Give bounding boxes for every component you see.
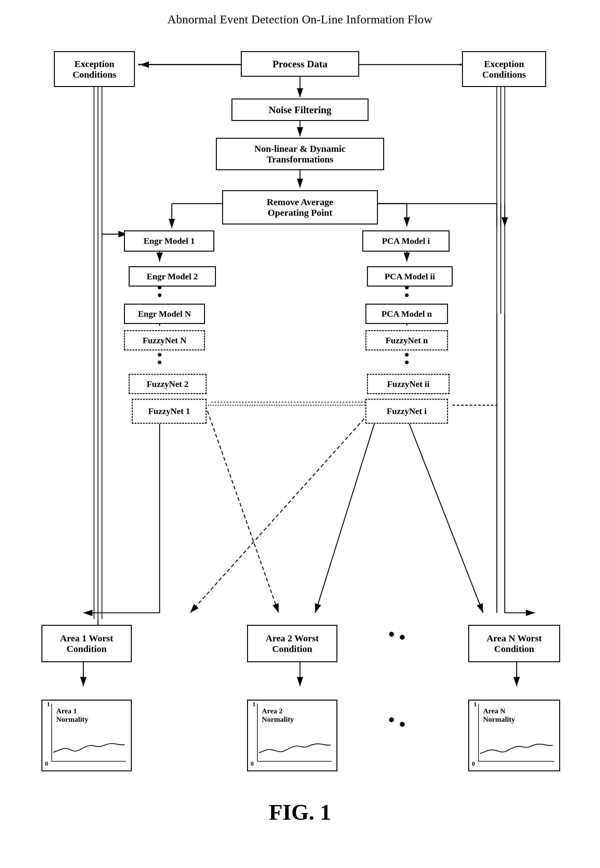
svg-point-64 <box>389 718 394 722</box>
svg-text:1: 1 <box>474 701 477 707</box>
svg-line-50 <box>205 405 279 613</box>
page-title: Abnormal Event Detection On-Line Informa… <box>168 12 433 26</box>
svg-text:0: 0 <box>472 760 475 767</box>
svg-text:Area N: Area N <box>483 707 506 715</box>
fuzzy-ii-box: FuzzyNet ii <box>367 374 450 394</box>
remove-avg-box: Remove Average Operating Point <box>222 190 378 225</box>
noise-filtering-label: Noise Filtering <box>268 104 332 116</box>
svg-marker-11 <box>456 64 462 65</box>
svg-text:Normality: Normality <box>56 715 88 723</box>
engr1-box: Engr Model 1 <box>124 230 214 252</box>
svg-text:1: 1 <box>47 701 50 707</box>
area2-normality-chart: 1 0 Area 2 Normality <box>247 700 337 771</box>
svg-line-53 <box>407 418 483 613</box>
svg-point-44 <box>405 360 409 364</box>
svg-point-63 <box>400 635 405 640</box>
engrN-box: Engr Model N <box>124 304 205 324</box>
pca-ii-box: PCA Model ii <box>367 266 453 287</box>
exception-right-box: Exception Conditions <box>462 51 546 87</box>
pca-n-box: PCA Model n <box>365 304 448 324</box>
pca-i-label: PCA Model i <box>382 236 430 246</box>
area1-worst-label: Area 1 Worst Condition <box>60 633 114 654</box>
area2-worst-label: Area 2 Worst Condition <box>266 633 319 654</box>
svg-text:Normality: Normality <box>483 715 515 723</box>
svg-point-29 <box>158 293 162 297</box>
process-data-box: Process Data <box>241 51 359 77</box>
engr2-label: Engr Model 2 <box>147 272 198 281</box>
svg-point-32 <box>158 353 162 357</box>
svg-text:Area 1: Area 1 <box>56 707 77 715</box>
areaN-normality-chart: 1 0 Area N Normality <box>468 700 560 771</box>
fuzzy1-box: FuzzyNet 1 <box>132 399 206 424</box>
fuzzyN-box: FuzzyNet N <box>124 330 205 350</box>
exception-left-box: Exception Conditions <box>54 51 135 87</box>
engr1-label: Engr Model 1 <box>144 236 195 246</box>
nonlinear-box: Non-linear & Dynamic Transformations <box>216 138 384 170</box>
fuzzy-n-label: FuzzyNet n <box>385 336 428 345</box>
svg-point-33 <box>158 360 162 364</box>
exception-left-label: Exception Conditions <box>73 59 116 80</box>
svg-text:0: 0 <box>251 760 254 767</box>
noise-filtering-box: Noise Filtering <box>232 99 368 121</box>
svg-text:0: 0 <box>45 760 48 767</box>
nonlinear-label: Non-linear & Dynamic Transformations <box>255 143 346 165</box>
fuzzy2-label: FuzzyNet 2 <box>147 379 189 389</box>
area2-worst-box: Area 2 Worst Condition <box>247 625 337 662</box>
engr2-box: Engr Model 2 <box>129 266 216 287</box>
areaN-worst-box: Area N Worst Condition <box>468 625 560 662</box>
svg-point-65 <box>400 722 405 727</box>
svg-text:Area 2: Area 2 <box>262 707 283 715</box>
exception-right-label: Exception Conditions <box>482 59 526 80</box>
svg-point-62 <box>389 632 394 637</box>
svg-text:Normality: Normality <box>262 715 294 723</box>
fuzzy-ii-label: FuzzyNet ii <box>387 379 429 389</box>
svg-text:1: 1 <box>252 701 256 707</box>
remove-avg-label: Remove Average Operating Point <box>267 197 333 218</box>
pca-n-label: PCA Model n <box>382 309 432 319</box>
fuzzy-n-box: FuzzyNet n <box>365 330 448 350</box>
fuzzy-i-label: FuzzyNet i <box>386 406 426 416</box>
svg-line-51 <box>190 405 376 613</box>
process-data-label: Process Data <box>273 58 327 70</box>
fuzzy2-box: FuzzyNet 2 <box>129 374 206 394</box>
areaN-worst-label: Area N Worst Condition <box>486 633 542 654</box>
engrN-label: Engr Model N <box>138 309 191 319</box>
area1-worst-box: Area 1 Worst Condition <box>41 625 132 662</box>
svg-point-40 <box>405 293 409 297</box>
svg-point-43 <box>405 353 409 357</box>
fuzzy-i-box: FuzzyNet i <box>365 399 448 424</box>
fig-label: FIG. 1 <box>269 800 331 825</box>
svg-marker-8 <box>138 64 144 65</box>
pca-ii-label: PCA Model ii <box>385 272 435 281</box>
area1-normality-chart: 1 0 Area 1 Normality <box>41 700 132 771</box>
fuzzy1-label: FuzzyNet 1 <box>148 406 190 416</box>
fuzzyN-label: FuzzyNet N <box>143 336 186 345</box>
svg-line-52 <box>315 418 376 613</box>
pca-i-box: PCA Model i <box>362 230 450 252</box>
